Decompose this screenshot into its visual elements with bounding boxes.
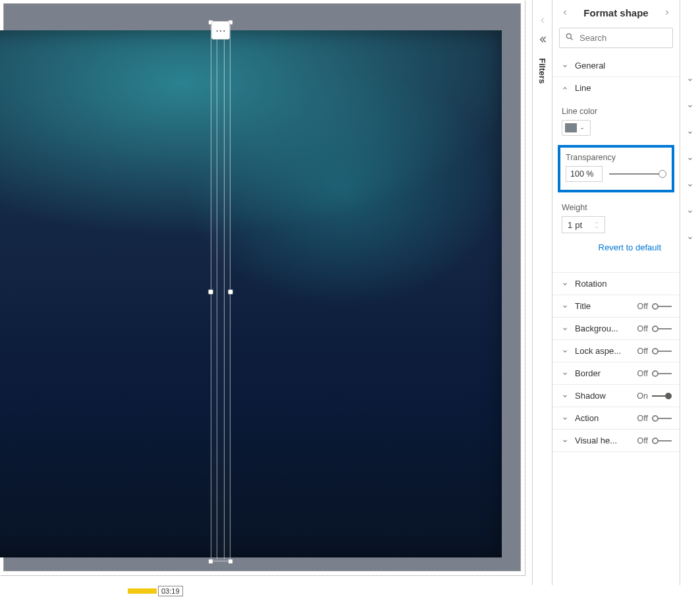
lock-aspect-toggle-state: Off	[637, 347, 648, 356]
transparency-slider[interactable]	[609, 169, 666, 179]
section-general-label: General	[575, 61, 672, 71]
pane-nav-prev[interactable]	[559, 7, 571, 18]
filters-pane-collapsed: Filters	[533, 0, 552, 585]
line-section-body: Line color Transparency 100 %	[552, 99, 680, 272]
chevron-down-icon	[560, 279, 570, 289]
secondary-row-4[interactable]	[680, 152, 700, 166]
secondary-pane-collapsed	[680, 0, 700, 585]
shadow-toggle-state: On	[637, 391, 648, 401]
report-canvas[interactable]: ⋯	[0, 0, 533, 585]
transparency-input[interactable]: 100 %	[566, 166, 603, 182]
title-toggle[interactable]	[652, 302, 672, 311]
title-toggle-state: Off	[637, 302, 648, 311]
secondary-search-fragment	[680, 42, 700, 61]
secondary-row-1[interactable]	[680, 72, 700, 87]
chevron-down-icon	[560, 436, 570, 445]
line-color-label: Line color	[562, 107, 670, 116]
section-visual-header[interactable]: Visual he... Off	[552, 429, 680, 452]
border-toggle-state: Off	[637, 369, 648, 378]
format-shape-pane: Format shape General	[552, 0, 680, 585]
action-toggle-state: Off	[637, 414, 648, 423]
chevron-down-icon	[560, 369, 570, 378]
chevron-down-icon	[560, 302, 570, 311]
weight-unit: pt	[575, 220, 591, 230]
search-icon	[565, 32, 574, 43]
timeline-segment[interactable]	[128, 588, 157, 594]
section-border-label: Border	[575, 368, 637, 378]
weight-input[interactable]: 1 pt	[562, 216, 605, 233]
caret-down-icon	[579, 123, 585, 133]
slider-knob[interactable]	[659, 170, 666, 178]
filters-label[interactable]: Filters	[537, 58, 547, 84]
chevron-down-icon	[560, 61, 570, 71]
shadow-toggle[interactable]	[652, 391, 672, 401]
resize-handle-mid-right[interactable]	[228, 289, 233, 295]
section-lock-aspect[interactable]: Lock aspe... Off	[552, 339, 680, 362]
svg-point-0	[566, 34, 571, 38]
visual-header-toggle-state: Off	[637, 436, 648, 445]
section-action[interactable]: Action Off	[552, 407, 680, 429]
secondary-row-3[interactable]	[680, 125, 700, 140]
selected-line-body	[217, 25, 225, 559]
line-color-swatch	[565, 123, 577, 132]
chevron-down-icon	[560, 324, 570, 333]
visual-header-toggle[interactable]	[652, 436, 672, 445]
transparency-value: 100	[570, 169, 584, 179]
section-lock-aspect-label: Lock aspe...	[575, 346, 637, 356]
section-title-label: Title	[575, 301, 637, 311]
secondary-row-7[interactable]	[680, 231, 700, 245]
slider-track	[609, 173, 666, 175]
section-shadow-label: Shadow	[575, 391, 637, 401]
chevron-up-icon	[560, 84, 570, 93]
border-toggle[interactable]	[652, 369, 672, 378]
section-line-label: Line	[575, 83, 672, 93]
action-toggle[interactable]	[652, 414, 672, 423]
expand-arrow-icon[interactable]	[537, 34, 548, 47]
line-color-picker[interactable]	[562, 120, 591, 136]
secondary-row-5[interactable]	[680, 178, 700, 192]
background-toggle[interactable]	[652, 324, 672, 333]
section-background-label: Backgrou...	[575, 324, 637, 333]
secondary-pane-header-fragment	[680, 8, 700, 30]
section-rotation[interactable]: Rotation	[552, 272, 680, 295]
section-action-label: Action	[575, 413, 637, 423]
chevron-down-icon	[560, 347, 570, 356]
timeline-bar: 03:19	[0, 585, 700, 597]
section-title[interactable]: Title Off	[552, 295, 680, 317]
weight-value: 1	[568, 220, 572, 230]
section-general[interactable]: General	[552, 55, 680, 76]
chevron-down-icon	[560, 414, 570, 423]
weight-label: Weight	[562, 203, 670, 212]
pane-nav-next[interactable]	[661, 7, 673, 18]
section-shadow[interactable]: Shadow On	[552, 384, 680, 407]
section-background[interactable]: Backgrou... Off	[552, 317, 680, 339]
revert-to-default-link[interactable]: Revert to default	[599, 242, 661, 252]
section-visual-header-label: Visual he...	[575, 436, 637, 445]
weight-stepper[interactable]	[594, 217, 602, 233]
timeline-timecode[interactable]: 03:19	[158, 586, 183, 596]
search-input[interactable]	[578, 32, 691, 43]
section-border[interactable]: Border Off	[552, 362, 680, 384]
svg-line-1	[571, 38, 573, 40]
resize-handle-bottom-right[interactable]	[228, 559, 233, 564]
background-image	[0, 30, 502, 557]
resize-handle-mid-left[interactable]	[208, 289, 213, 295]
filters-collapse-chevron[interactable]	[538, 16, 547, 28]
canvas-dotted-bounds: ⋯	[0, 0, 525, 576]
selected-line-shape[interactable]: ⋯	[211, 22, 230, 561]
chevron-up-icon	[594, 221, 599, 225]
canvas-background: ⋯	[3, 3, 521, 571]
resize-handle-bottom-left[interactable]	[208, 559, 213, 564]
lock-aspect-toggle[interactable]	[652, 347, 672, 356]
secondary-row-6[interactable]	[680, 204, 700, 219]
section-line[interactable]: Line	[552, 76, 680, 99]
transparency-highlighted-region: Transparency 100 %	[558, 145, 674, 192]
format-search-box[interactable]	[559, 28, 673, 48]
chevron-down-icon	[594, 225, 599, 229]
transparency-label: Transparency	[566, 153, 666, 162]
chevron-down-icon	[560, 391, 570, 401]
visual-options-button[interactable]: ⋯	[211, 21, 230, 40]
section-rotation-label: Rotation	[575, 279, 672, 289]
ellipsis-icon: ⋯	[215, 24, 227, 37]
secondary-row-2[interactable]	[680, 99, 700, 113]
